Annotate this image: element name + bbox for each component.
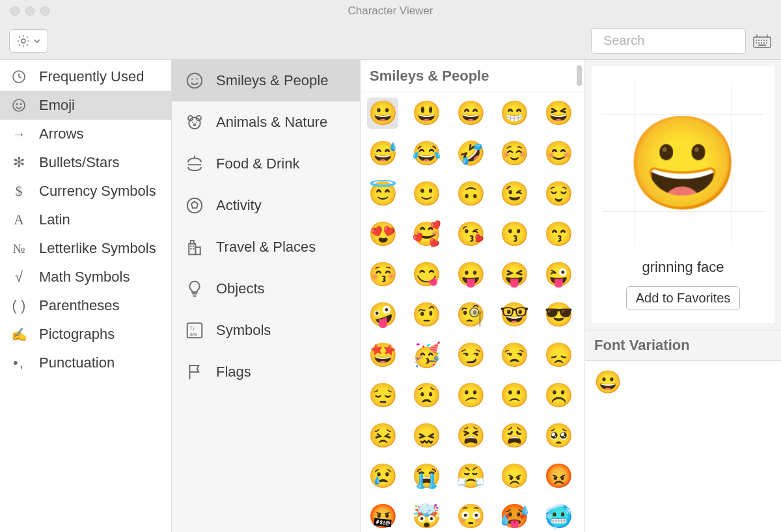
emoji-cell[interactable]: 🥺	[543, 420, 574, 451]
add-to-favorites-button[interactable]: Add to Favorites	[626, 286, 741, 310]
emoji-cell[interactable]: 😔	[367, 380, 398, 411]
subcategory-item-flags[interactable]: Flags	[172, 351, 360, 393]
emoji-cell[interactable]: ☺️	[499, 138, 530, 169]
subcategory-item-label: Flags	[216, 364, 251, 380]
svg-point-27	[192, 122, 193, 123]
sidebar-item-frequently-used[interactable]: Frequently Used	[0, 62, 171, 91]
emoji-cell[interactable]: ☹️	[543, 380, 574, 411]
emoji-cell[interactable]: 😊	[543, 138, 574, 169]
emoji-cell[interactable]: 😎	[543, 299, 574, 330]
subcategory-item-smileys-people[interactable]: Smileys & People	[172, 60, 360, 101]
close-window-button[interactable]	[10, 7, 20, 16]
emoji-cell[interactable]: 🤓	[499, 299, 530, 330]
window-controls	[0, 7, 49, 16]
emoji-cell[interactable]: 😅	[367, 138, 398, 169]
subcategory-item-label: Symbols	[216, 322, 271, 339]
emoji-cell[interactable]: 🤬	[367, 501, 398, 532]
emoji-cell[interactable]: 😡	[543, 460, 574, 492]
sidebar-item-arrows[interactable]: →Arrows	[0, 120, 171, 148]
sidebar-item-punctuation[interactable]: •,Punctuation	[0, 349, 171, 377]
emoji-cell[interactable]: 🥵	[499, 501, 530, 532]
sidebar-item-currency-symbols[interactable]: $Currency Symbols	[0, 177, 171, 206]
sidebar-item-label: Pictographs	[39, 326, 115, 343]
emoji-cell[interactable]: 😍	[367, 219, 398, 250]
emoji-cell[interactable]: 🙃	[455, 178, 486, 209]
emoji-cell[interactable]: 😂	[411, 138, 443, 169]
emoji-cell[interactable]: 🥶	[543, 501, 574, 532]
emoji-cell[interactable]: 😇	[367, 178, 398, 209]
emoji-cell[interactable]: 😤	[455, 460, 486, 492]
emoji-cell[interactable]: 😭	[411, 460, 443, 492]
subcategory-item-travel-places[interactable]: Travel & Places	[172, 226, 360, 268]
emoji-cell[interactable]: 😏	[455, 339, 486, 371]
sidebar-item-pictographs[interactable]: ✍Pictographs	[0, 320, 171, 349]
emoji-cell[interactable]: 😀	[367, 98, 398, 129]
emoji-cell[interactable]: 😃	[411, 98, 443, 129]
subcategory-item-activity[interactable]: Activity	[172, 185, 360, 226]
sidebar-item-emoji[interactable]: Emoji	[0, 91, 171, 120]
emoji-cell[interactable]: 🤣	[455, 138, 486, 169]
emoji-cell[interactable]: 😌	[543, 178, 574, 209]
search-input[interactable]	[603, 33, 768, 48]
sidebar-item-label: Emoji	[39, 97, 75, 114]
emoji-cell[interactable]: 😄	[455, 98, 486, 129]
subcategory-item-objects[interactable]: Objects	[172, 268, 360, 310]
emoji-cell[interactable]: 😗	[499, 219, 530, 250]
emoji-cell[interactable]: 🧐	[455, 299, 486, 330]
emoji-cell[interactable]: 🤯	[411, 501, 443, 532]
sidebar-item-math-symbols[interactable]: √Math Symbols	[0, 263, 171, 291]
emoji-cell[interactable]: 😁	[499, 98, 530, 129]
subcategory-item-label: Travel & Places	[216, 239, 316, 256]
keyboard-viewer-button[interactable]	[752, 31, 772, 51]
sidebar-item-latin[interactable]: ALatin	[0, 206, 171, 234]
emoji-cell[interactable]: 😣	[367, 420, 398, 451]
emoji-cell[interactable]: 🤨	[411, 299, 443, 330]
emoji-cell[interactable]: 😢	[367, 460, 398, 492]
subcategory-list: Smileys & PeopleAnimals & NatureFood & D…	[172, 60, 361, 532]
font-variation-header: Font Variation	[585, 330, 781, 361]
pictograph-icon: ✍	[9, 326, 29, 342]
emoji-cell[interactable]: 😕	[455, 380, 486, 411]
emoji-cell[interactable]: 😙	[543, 219, 574, 250]
sidebar-item-letterlike-symbols[interactable]: №Letterlike Symbols	[0, 234, 171, 263]
emoji-cell[interactable]: 😆	[543, 98, 574, 129]
emoji-cell[interactable]: 🤩	[367, 339, 398, 371]
emoji-cell[interactable]: 😖	[411, 420, 443, 451]
emoji-cell[interactable]: 😋	[411, 259, 443, 290]
emoji-cell[interactable]: 😠	[499, 460, 530, 492]
emoji-cell[interactable]: 😘	[455, 219, 486, 250]
scrollbar-thumb[interactable]	[577, 65, 582, 86]
zoom-window-button[interactable]	[40, 7, 49, 16]
minimize-window-button[interactable]	[25, 7, 34, 16]
emoji-cell[interactable]: 😉	[499, 178, 530, 209]
emoji-cell[interactable]: 😚	[367, 259, 398, 290]
emoji-cell[interactable]: 😞	[543, 339, 574, 371]
emoji-cell[interactable]: 😜	[543, 259, 574, 290]
emoji-cell[interactable]: 😫	[455, 420, 486, 451]
emoji-cell[interactable]: 😩	[499, 420, 530, 451]
emoji-cell[interactable]: 🙁	[499, 380, 530, 411]
character-grid-panel: Smileys & People 😀😃😄😁😆😅😂🤣☺️😊😇🙂🙃😉😌😍🥰😘😗😙😚😋…	[361, 60, 585, 532]
emoji-cell[interactable]: 🙂	[411, 178, 443, 209]
emoji-cell[interactable]: 🤪	[367, 299, 398, 330]
emoji-cell[interactable]: 😳	[455, 501, 486, 532]
subcategory-item-food-drink[interactable]: Food & Drink	[172, 143, 360, 185]
subcategory-item-symbols[interactable]: T♪&%Symbols	[172, 310, 360, 351]
sidebar-item-bullets-stars[interactable]: ✻Bullets/Stars	[0, 148, 171, 177]
emoji-cell[interactable]: 😒	[499, 339, 530, 371]
subcategory-item-animals-nature[interactable]: Animals & Nature	[172, 101, 360, 143]
building-icon	[184, 237, 206, 257]
font-variation-glyph[interactable]: 😀	[594, 369, 622, 394]
toolbar	[0, 22, 781, 60]
preview-glyph: 😀	[626, 118, 740, 209]
settings-menu-button[interactable]	[9, 29, 48, 53]
emoji-cell[interactable]: 🥰	[411, 219, 443, 250]
emoji-cell[interactable]: 😛	[455, 259, 486, 290]
emoji-cell[interactable]: 😟	[411, 380, 443, 411]
paren-icon: ( )	[9, 297, 29, 314]
sidebar-item-parentheses[interactable]: ( )Parentheses	[0, 291, 171, 320]
svg-point-22	[191, 78, 193, 79]
emoji-cell[interactable]: 😝	[499, 259, 530, 290]
emoji-cell[interactable]: 🥳	[411, 339, 443, 371]
search-field[interactable]	[591, 28, 746, 54]
